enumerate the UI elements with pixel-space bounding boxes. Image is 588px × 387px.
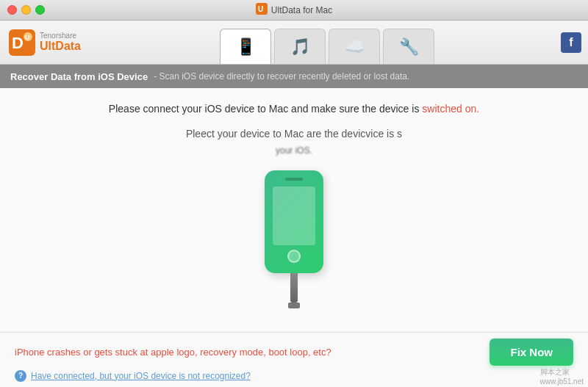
phone-body bbox=[265, 170, 323, 273]
facebook-button[interactable]: f bbox=[561, 32, 581, 53]
music-icon: 🎵 bbox=[290, 37, 310, 57]
traffic-lights bbox=[7, 5, 45, 15]
breadcrumb-bar: Recover Data from iOS Device - Scan iOS … bbox=[0, 65, 588, 88]
window-title: UltData for Mac bbox=[271, 5, 332, 15]
breadcrumb-description: - Scan iOS device directly to recover re… bbox=[154, 71, 409, 82]
tab-cloud[interactable]: ☁️ bbox=[329, 29, 380, 64]
main-content: Please connect your iOS device to Mac an… bbox=[0, 88, 588, 387]
facebook-button-area: f bbox=[559, 21, 588, 64]
usb-plug bbox=[288, 303, 300, 308]
app-logo-icon: D U bbox=[9, 29, 35, 56]
warning-bar: iPhone crashes or gets stuck at apple lo… bbox=[0, 332, 588, 387]
logo-product: UltData bbox=[40, 40, 81, 53]
title-bar-icon: U bbox=[256, 3, 268, 18]
title-bar: U UltData for Mac bbox=[0, 0, 588, 21]
logo-text: Tenorshare UltData bbox=[40, 32, 81, 53]
warning-text: iPhone crashes or gets stuck at apple lo… bbox=[15, 347, 490, 358]
help-circle-icon: ? bbox=[15, 370, 26, 382]
tab-device[interactable]: 📱 bbox=[220, 29, 271, 64]
usb-cable bbox=[290, 273, 298, 303]
instruction-text: Please connect your iOS device to Mac an… bbox=[109, 103, 479, 115]
garbled-line-1: Pleect your device to Mac are the devicv… bbox=[186, 128, 402, 140]
logo-area: D U Tenorshare UltData bbox=[0, 21, 96, 64]
logo-brand: Tenorshare bbox=[40, 32, 81, 40]
phone-screen bbox=[273, 187, 315, 245]
svg-text:U: U bbox=[258, 5, 263, 13]
toolbar: D U Tenorshare UltData 📱 🎵 ☁️ 🔧 f bbox=[0, 21, 588, 65]
garbled-line-2: your iOS. bbox=[276, 145, 312, 156]
tab-music[interactable]: 🎵 bbox=[274, 29, 326, 64]
fix-now-button[interactable]: Fix Now bbox=[490, 339, 573, 366]
svg-text:D: D bbox=[12, 34, 24, 52]
minimize-button[interactable] bbox=[21, 5, 31, 15]
phone-illustration bbox=[265, 170, 323, 308]
tab-repair[interactable]: 🔧 bbox=[383, 29, 434, 64]
phone-home-button bbox=[287, 250, 301, 263]
help-link-row: ? Have connected, but your iOS device is… bbox=[15, 370, 251, 382]
tabs-area: 📱 🎵 ☁️ 🔧 bbox=[96, 21, 559, 64]
maximize-button[interactable] bbox=[35, 5, 45, 15]
wrench-icon: 🔧 bbox=[399, 37, 419, 57]
phone-icon: 📱 bbox=[236, 37, 256, 57]
watermark: 脚本之家www.jb51.net bbox=[540, 367, 584, 386]
warning-row: iPhone crashes or gets stuck at apple lo… bbox=[15, 339, 573, 366]
breadcrumb-title: Recover Data from iOS Device bbox=[10, 71, 148, 82]
cloud-icon: ☁️ bbox=[345, 37, 365, 57]
help-link[interactable]: Have connected, but your iOS device is n… bbox=[31, 371, 251, 381]
svg-text:U: U bbox=[25, 34, 30, 41]
close-button[interactable] bbox=[7, 5, 17, 15]
instruction-highlight: switched on. bbox=[422, 103, 479, 115]
phone-speaker bbox=[285, 178, 303, 181]
